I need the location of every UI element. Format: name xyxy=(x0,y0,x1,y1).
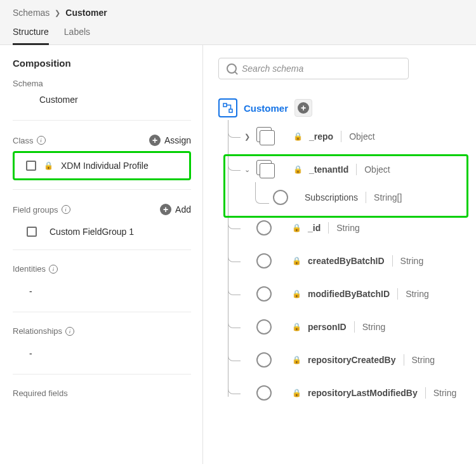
square-icon xyxy=(26,161,36,171)
class-item[interactable]: 🔒 XDM Individual Profile xyxy=(20,154,184,177)
tree-node-repo[interactable]: ❯ 🔒 _repo Object xyxy=(226,120,473,153)
tree-root[interactable]: Customer + xyxy=(218,98,473,117)
scalar-field-icon xyxy=(256,286,272,302)
scalar-field-icon xyxy=(256,319,272,335)
lock-icon: 🔒 xyxy=(292,223,301,232)
tree-node-tenantid[interactable]: ⌄ 🔒 _tenantId Object xyxy=(226,153,473,186)
info-icon[interactable]: i xyxy=(62,205,70,214)
header: Schemas ❯ Customer Structure Labels xyxy=(0,0,476,45)
search-icon xyxy=(227,63,237,74)
svg-rect-0 xyxy=(223,103,227,107)
object-icon xyxy=(256,127,275,146)
scalar-field-icon xyxy=(256,352,272,368)
breadcrumb-current: Customer xyxy=(65,8,107,18)
search-schema-input[interactable]: Search schema xyxy=(218,58,409,79)
lock-icon: 🔒 xyxy=(292,256,301,265)
tree-node-tenantid-children: Subscriptions String[] xyxy=(248,186,473,211)
tab-structure[interactable]: Structure xyxy=(13,27,49,45)
tree-root-label: Customer xyxy=(244,103,288,114)
tree-node-repositorylastmodifiedby[interactable]: 🔒 repositoryLastModifiedBy String xyxy=(226,376,473,409)
schema-section-label: Schema xyxy=(13,79,191,88)
relationships-section-label: Relationships i xyxy=(13,326,74,336)
chevron-right-icon: ❯ xyxy=(55,9,60,17)
identities-value: - xyxy=(13,279,191,305)
composition-panel: Composition Schema Customer Class i + As… xyxy=(0,45,203,464)
fieldgroup-item[interactable]: Custom FieldGroup 1 xyxy=(13,220,191,243)
composition-title: Composition xyxy=(13,58,191,69)
lock-icon: 🔒 xyxy=(292,355,301,364)
scalar-field-icon xyxy=(256,253,272,269)
assign-button[interactable]: + Assign xyxy=(149,135,191,146)
breadcrumb: Schemas ❯ Customer xyxy=(13,8,463,18)
identities-section-label: Identities i xyxy=(13,264,58,274)
tree-node-id[interactable]: 🔒 _id String xyxy=(226,211,473,244)
fieldgroups-section-label: Field groups i xyxy=(13,205,70,215)
plus-circle-icon: + xyxy=(149,135,161,146)
lock-icon: 🔒 xyxy=(44,161,53,170)
search-placeholder: Search schema xyxy=(242,63,303,74)
lock-icon: 🔒 xyxy=(292,289,301,298)
scalar-field-icon xyxy=(273,190,288,205)
lock-icon: 🔒 xyxy=(292,322,301,331)
square-icon xyxy=(27,227,37,237)
tree-node-subscriptions[interactable]: Subscriptions String[] xyxy=(273,186,473,211)
schema-tree-panel: Search schema Customer + ❯ xyxy=(203,45,476,464)
plus-circle-icon: + xyxy=(298,102,309,114)
chevron-right-icon[interactable]: ❯ xyxy=(244,133,250,141)
relationships-value: - xyxy=(13,341,191,368)
add-field-button[interactable]: + xyxy=(294,99,312,117)
class-item-highlight: 🔒 XDM Individual Profile xyxy=(13,151,191,180)
tree-node-personid[interactable]: 🔒 personID String xyxy=(226,310,473,343)
class-section-label: Class i xyxy=(13,136,46,145)
tree-node-repositorycreatedby[interactable]: 🔒 repositoryCreatedBy String xyxy=(226,343,473,376)
svg-rect-1 xyxy=(229,109,232,112)
lock-icon: 🔒 xyxy=(293,132,303,141)
lock-icon: 🔒 xyxy=(292,388,301,397)
tree-list: ❯ 🔒 _repo Object ⌄ xyxy=(226,120,473,409)
tabs: Structure Labels xyxy=(13,27,463,44)
plus-circle-icon: + xyxy=(160,204,171,215)
info-icon[interactable]: i xyxy=(49,265,58,274)
object-icon xyxy=(256,160,275,179)
schema-name-item[interactable]: Customer xyxy=(13,88,191,114)
schema-root-icon xyxy=(218,98,237,117)
tab-labels[interactable]: Labels xyxy=(64,27,90,44)
info-icon[interactable]: i xyxy=(65,327,74,336)
breadcrumb-parent[interactable]: Schemas xyxy=(13,8,50,18)
chevron-down-icon[interactable]: ⌄ xyxy=(244,166,250,174)
lock-icon: 🔒 xyxy=(293,165,303,174)
info-icon[interactable]: i xyxy=(37,136,46,145)
scalar-field-icon xyxy=(256,385,272,401)
add-button[interactable]: + Add xyxy=(160,204,191,215)
scalar-field-icon xyxy=(256,220,272,236)
tree-node-createdbybatchid[interactable]: 🔒 createdByBatchID String xyxy=(226,244,473,277)
required-section-label: Required fields xyxy=(13,388,68,398)
tree-node-modifiedbybatchid[interactable]: 🔒 modifiedByBatchID String xyxy=(226,277,473,310)
